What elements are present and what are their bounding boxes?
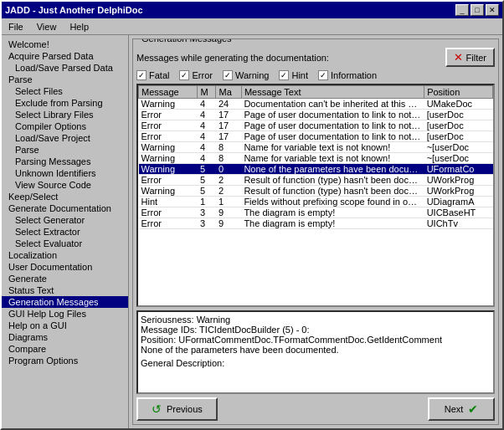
sidebar-item-select-library-files[interactable]: Select Library Files [2, 109, 128, 120]
checkbox-hint[interactable]: ✓ Hint [279, 70, 308, 80]
cb-hint-box: ✓ [279, 70, 289, 80]
right-panel: Generation Messages Messages while gener… [129, 35, 502, 428]
close-button[interactable]: ✕ [486, 4, 499, 16]
checkbox-error[interactable]: ✓ Error [179, 70, 212, 80]
table-row[interactable]: Warning48Name for variable text is not k… [139, 153, 493, 164]
messages-header: Messages while generating the documentat… [136, 48, 495, 67]
cb-information-box: ✓ [318, 70, 328, 80]
sidebar-item-status-text[interactable]: Status Text [2, 284, 128, 296]
messages-label: Messages while generating the documentat… [136, 53, 329, 63]
table-row[interactable]: Error52Result of function (type) hasn't … [139, 175, 493, 186]
generation-messages-group: Generation Messages Messages while gener… [132, 38, 499, 425]
previous-button[interactable]: ↺ Previous [136, 397, 218, 421]
sidebar-item-diagrams[interactable]: Diagrams [2, 331, 128, 343]
table-row[interactable]: Warning50None of the parameters have bee… [139, 164, 493, 175]
detail-seriousness: Seriousness: Warning [141, 315, 491, 325]
prev-icon: ↺ [152, 402, 162, 416]
sidebar-item-parse[interactable]: Parse [2, 74, 128, 85]
col-text: Message Text [241, 86, 424, 99]
table-row[interactable]: Error39The diagram is empty!UICBaseHT [139, 207, 493, 218]
table-row[interactable]: Error417Page of user documentation to li… [139, 110, 493, 120]
sidebar-item-keep-select[interactable]: Keep/Select [2, 191, 128, 202]
sidebar-item-compiler-options[interactable]: Compiler Options [2, 120, 128, 132]
menu-file[interactable]: File [5, 21, 27, 33]
sidebar-item-generate-documentation[interactable]: Generate Documentation [2, 202, 128, 214]
sidebar-item-program-options[interactable]: Program Options [2, 355, 128, 366]
sidebar-item-select-generator[interactable]: Select Generator [2, 214, 128, 226]
sidebar-item-user-documentation[interactable]: User Documentation [2, 261, 128, 273]
cb-warning-box: ✓ [223, 70, 233, 80]
detail-position: Position: UFormatCommentDoc.TFormatComme… [141, 335, 491, 345]
sidebar-welcome: Welcome! [2, 38, 128, 50]
sidebar-item-localization[interactable]: Localization [2, 249, 128, 261]
title-bar: JADD - Just Another DelphiDoc _ □ ✕ [2, 2, 502, 18]
col-position: Position [424, 86, 493, 99]
checkbox-fatal[interactable]: ✓ Fatal [136, 70, 169, 80]
checkboxes-row: ✓ Fatal ✓ Error ✓ Warning ✓ Hint [136, 70, 495, 80]
sidebar-item-load-save-project[interactable]: Load/Save Project [2, 132, 128, 144]
table-row[interactable]: Warning424Documentation can't be inherit… [139, 99, 493, 110]
table-row[interactable]: Warning52Result of function (type) hasn'… [139, 186, 493, 197]
menu-bar: File View Help [2, 18, 502, 35]
table-row[interactable]: Error417Page of user documentation to li… [139, 131, 493, 142]
menu-view[interactable]: View [33, 21, 60, 33]
title-bar-buttons: _ □ ✕ [455, 4, 499, 16]
next-button[interactable]: Next ✔ [428, 397, 495, 421]
sidebar-item-compare[interactable]: Compare [2, 343, 128, 355]
checkbox-information[interactable]: ✓ Information [318, 70, 377, 80]
menu-help[interactable]: Help [66, 21, 92, 33]
sidebar-item-select-files[interactable]: Select Files [2, 85, 128, 97]
next-icon: ✔ [468, 402, 478, 416]
sidebar-item-generate[interactable]: Generate [2, 273, 128, 284]
sidebar: Welcome! Acquire Parsed Data Load/Save P… [2, 35, 129, 428]
filter-button[interactable]: ✕ Filter [445, 48, 495, 67]
sidebar-item-load-save-parsed-data[interactable]: Load/Save Parsed Data [2, 62, 128, 74]
sidebar-item-unknown-identifiers[interactable]: Unknown Identifiers [2, 167, 128, 179]
minimize-button[interactable]: _ [455, 4, 469, 16]
detail-panel: Seriousness: Warning Message IDs: TICIde… [136, 310, 495, 394]
cb-fatal-box: ✓ [136, 70, 147, 80]
sidebar-item-exclude-from-parsing[interactable]: Exclude from Parsing [2, 97, 128, 109]
table-row[interactable]: Warning48Name for variable text is not k… [139, 142, 493, 153]
main-window: JADD - Just Another DelphiDoc _ □ ✕ File… [0, 0, 504, 430]
detail-general-label: General Description: [141, 358, 491, 368]
table-row[interactable]: Hint11Fields without prefixing scope fou… [139, 197, 493, 207]
detail-description: None of the parameters have been documen… [141, 345, 491, 355]
col-message-type: Message [139, 86, 198, 99]
col-ma: Ma [216, 86, 241, 99]
sidebar-item-view-source-code[interactable]: View Source Code [2, 179, 128, 191]
table-row[interactable]: Error39The diagram is empty!UIChTv [139, 218, 493, 229]
messages-table-wrapper[interactable]: Message M Ma Message Text Position Warni… [136, 84, 495, 307]
sidebar-item-select-extractor[interactable]: Select Extractor [2, 226, 128, 238]
filter-icon: ✕ [454, 51, 463, 64]
sidebar-item-select-evaluator[interactable]: Select Evaluator [2, 238, 128, 249]
cb-error-box: ✓ [179, 70, 189, 80]
sidebar-item-acquire-parsed-data[interactable]: Acquire Parsed Data [2, 50, 128, 62]
main-content: Welcome! Acquire Parsed Data Load/Save P… [2, 35, 502, 428]
sidebar-item-parsing-messages[interactable]: Parsing Messages [2, 156, 128, 167]
checkbox-warning[interactable]: ✓ Warning [223, 70, 270, 80]
bottom-buttons: ↺ Previous Next ✔ [136, 394, 495, 421]
sidebar-item-parse-sub[interactable]: Parse [2, 144, 128, 156]
table-row[interactable]: Error417Page of user documentation to li… [139, 120, 493, 131]
window-title: JADD - Just Another DelphiDoc [5, 5, 143, 15]
sidebar-item-gui-help-log-files[interactable]: GUI Help Log Files [2, 308, 128, 320]
detail-message-id: Message IDs: TICIdentDocBuilder (5) - 0: [141, 325, 491, 335]
group-box-title: Generation Messages [140, 38, 234, 44]
sidebar-item-help-on-gui[interactable]: Help on a GUI [2, 320, 128, 331]
messages-table: Message M Ma Message Text Position Warni… [138, 85, 493, 229]
sidebar-item-generation-messages[interactable]: Generation Messages [2, 296, 128, 308]
col-m: M [198, 86, 216, 99]
maximize-button[interactable]: □ [471, 4, 484, 16]
